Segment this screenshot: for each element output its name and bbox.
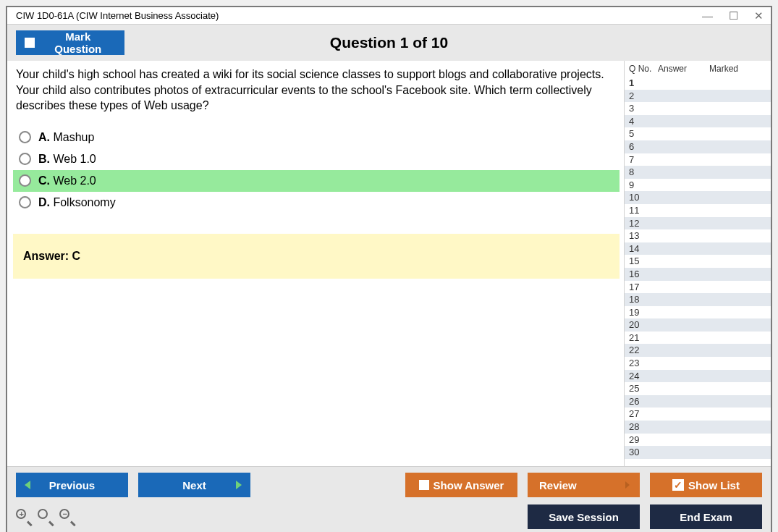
qlist-row[interactable]: 19 xyxy=(625,306,771,319)
qlist-row[interactable]: 10 xyxy=(625,191,771,204)
qlist-row[interactable]: 8 xyxy=(625,166,771,179)
review-button[interactable]: Review xyxy=(528,473,640,497)
qlist-marked xyxy=(714,217,771,230)
option-d[interactable]: D. Folksonomy xyxy=(13,192,620,214)
qlist-row[interactable]: 3 xyxy=(625,102,771,115)
qlist-row[interactable]: 5 xyxy=(625,127,771,140)
qlist-row[interactable]: 2 xyxy=(625,90,771,103)
show-list-button[interactable]: ✓ Show List xyxy=(650,473,762,497)
radio-icon[interactable] xyxy=(19,174,31,187)
bottom-row-nav: Previous Next Show Answer Review ✓ Show … xyxy=(16,473,762,497)
qlist-row[interactable]: 16 xyxy=(625,268,771,281)
maximize-icon[interactable]: ☐ xyxy=(729,10,738,21)
option-a[interactable]: A. Mashup xyxy=(13,127,620,148)
qlist-row[interactable]: 14 xyxy=(625,242,771,256)
checkbox-checked-icon: ✓ xyxy=(672,479,684,491)
zoom-out-icon[interactable]: − xyxy=(59,509,75,525)
qlist-marked xyxy=(714,318,771,332)
qlist-answer xyxy=(658,191,714,204)
qlist-answer xyxy=(658,77,714,90)
qlist-qno: 29 xyxy=(629,434,658,447)
qlist-marked xyxy=(714,293,771,306)
minimize-icon[interactable]: — xyxy=(702,10,713,21)
mark-question-button[interactable]: Mark Question xyxy=(16,30,124,55)
caret-right-icon xyxy=(625,481,630,489)
option-b[interactable]: B. Web 1.0 xyxy=(13,148,620,170)
next-button[interactable]: Next xyxy=(138,473,250,497)
previous-button[interactable]: Previous xyxy=(16,473,128,497)
qlist-qno: 28 xyxy=(629,421,658,434)
qlist-qno: 11 xyxy=(629,204,658,217)
content-area: Your child's high school has created a w… xyxy=(7,61,771,467)
qlist-qno: 3 xyxy=(629,102,658,115)
radio-icon[interactable] xyxy=(19,196,31,208)
qlist-row[interactable]: 27 xyxy=(625,408,771,421)
qlist-row[interactable]: 17 xyxy=(625,281,771,294)
app-window: CIW 1D0-61A (CIW Internet Business Assoc… xyxy=(6,6,772,532)
option-c[interactable]: C. Web 2.0 xyxy=(13,170,620,192)
qlist-row[interactable]: 28 xyxy=(625,421,771,434)
show-answer-button[interactable]: Show Answer xyxy=(405,473,517,497)
qlist-row[interactable]: 22 xyxy=(625,344,771,357)
qlist-row[interactable]: 24 xyxy=(625,370,771,383)
qlist-row[interactable]: 20 xyxy=(625,318,771,332)
qlist-row[interactable]: 25 xyxy=(625,382,771,395)
answer-options: A. MashupB. Web 1.0C. Web 2.0D. Folksono… xyxy=(13,127,620,214)
close-icon[interactable]: ✕ xyxy=(754,10,764,21)
qlist-answer xyxy=(658,90,714,103)
qlist-answer xyxy=(658,370,714,383)
qlist-row[interactable]: 13 xyxy=(625,229,771,242)
qlist-answer xyxy=(658,293,714,306)
window-controls: — ☐ ✕ xyxy=(702,10,764,21)
zoom-icon[interactable] xyxy=(38,509,54,525)
option-text: B. Web 1.0 xyxy=(38,153,96,166)
qlist-row[interactable]: 18 xyxy=(625,293,771,306)
qlist-row[interactable]: 9 xyxy=(625,179,771,192)
qlist-marked xyxy=(714,382,771,395)
qlist-header-answer: Answer xyxy=(658,64,709,74)
qlist-row[interactable]: 4 xyxy=(625,115,771,128)
qlist-row[interactable]: 6 xyxy=(625,140,771,153)
qlist-row[interactable]: 11 xyxy=(625,204,771,217)
qlist-row[interactable]: 7 xyxy=(625,153,771,166)
save-session-label: Save Session xyxy=(549,511,619,523)
qlist-row[interactable]: 30 xyxy=(625,446,771,459)
qlist-marked xyxy=(714,395,771,408)
qlist-row[interactable]: 23 xyxy=(625,357,771,370)
qlist-answer xyxy=(658,434,714,447)
qlist-answer xyxy=(658,446,714,459)
qlist-row[interactable]: 29 xyxy=(625,434,771,447)
qlist-qno: 27 xyxy=(629,408,658,421)
qlist-qno: 18 xyxy=(629,293,658,306)
qlist-marked xyxy=(714,179,771,192)
save-session-button[interactable]: Save Session xyxy=(528,504,640,529)
qlist-qno: 10 xyxy=(629,191,658,204)
qlist-row[interactable]: 21 xyxy=(625,332,771,345)
question-counter: Question 1 of 10 xyxy=(330,34,448,51)
qlist-marked xyxy=(714,268,771,281)
qlist-qno: 22 xyxy=(629,344,658,357)
chevron-left-icon xyxy=(25,481,30,489)
option-text: A. Mashup xyxy=(38,131,94,144)
qlist-marked xyxy=(714,242,771,256)
qlist-marked xyxy=(714,102,771,115)
radio-icon[interactable] xyxy=(19,153,31,165)
radio-icon[interactable] xyxy=(19,131,31,143)
qlist-answer xyxy=(658,166,714,179)
qlist-answer xyxy=(658,127,714,140)
end-exam-button[interactable]: End Exam xyxy=(650,504,762,529)
qlist-row[interactable]: 26 xyxy=(625,395,771,408)
question-list[interactable]: 1234567891011121314151617181920212223242… xyxy=(625,77,771,466)
qlist-qno: 15 xyxy=(629,255,658,268)
qlist-answer xyxy=(658,140,714,153)
qlist-row[interactable]: 15 xyxy=(625,255,771,268)
qlist-qno: 30 xyxy=(629,446,658,459)
zoom-in-icon[interactable]: + xyxy=(16,509,32,525)
qlist-row[interactable]: 12 xyxy=(625,217,771,230)
option-text: D. Folksonomy xyxy=(38,196,116,209)
qlist-marked xyxy=(714,127,771,140)
qlist-qno: 24 xyxy=(629,370,658,383)
qlist-answer xyxy=(658,357,714,370)
mark-question-label: Mark Question xyxy=(42,30,115,55)
qlist-row[interactable]: 1 xyxy=(625,77,771,90)
